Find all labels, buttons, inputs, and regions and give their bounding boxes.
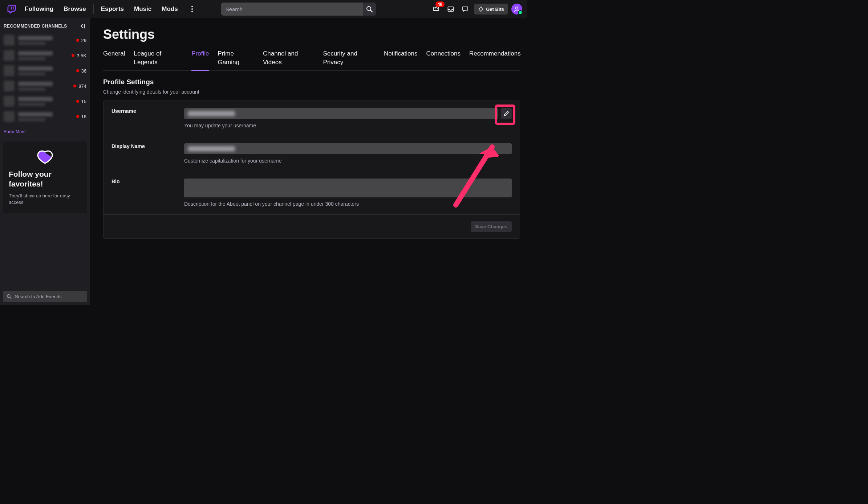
friends-search-input[interactable] — [15, 294, 84, 299]
viewer-count: 36 — [81, 68, 86, 74]
search-icon — [366, 5, 373, 13]
svg-rect-5 — [448, 7, 454, 11]
settings-tabs: General League of Legends Profile Prime … — [103, 49, 520, 71]
tab-league-of-legends[interactable]: League of Legends — [134, 49, 183, 70]
save-changes-button[interactable]: Save Changes — [471, 221, 512, 232]
follow-card-body: They'll show up here for easy access! — [9, 193, 81, 206]
row-username: Username You may update your username — [104, 101, 520, 136]
bio-label: Bio — [111, 179, 184, 207]
row-bio: Bio Description for the About panel on y… — [104, 171, 520, 214]
nav-mods[interactable]: Mods — [157, 0, 183, 18]
viewer-count: 3.5K — [77, 53, 86, 58]
collapse-sidebar-button[interactable] — [78, 22, 86, 30]
channel-item[interactable]: 29 — [0, 33, 90, 48]
channel-thumb — [4, 81, 15, 91]
top-nav: Following Browse Esports Music Mods 48 G… — [0, 0, 527, 18]
user-avatar[interactable] — [511, 4, 522, 15]
search-icon — [6, 294, 12, 299]
nav-separator — [93, 4, 94, 14]
bio-helper: Description for the About panel on your … — [184, 201, 512, 207]
username-helper: You may update your username — [184, 123, 512, 128]
notification-badge: 48 — [435, 1, 445, 7]
viewer-count: 29 — [81, 38, 86, 43]
channel-thumb — [4, 35, 15, 46]
logo-icon[interactable] — [6, 4, 17, 15]
friends-search[interactable] — [3, 291, 87, 302]
displayname-input[interactable] — [184, 143, 512, 154]
channel-item[interactable]: 15 — [0, 94, 90, 109]
bits-icon — [478, 6, 484, 12]
tab-recommendations[interactable]: Recommendations — [469, 49, 520, 70]
page-title: Settings — [103, 27, 520, 42]
username-label: Username — [111, 108, 184, 128]
svg-point-1 — [191, 8, 193, 10]
nav-browse[interactable]: Browse — [58, 0, 91, 18]
tab-prime-gaming[interactable]: Prime Gaming — [218, 49, 254, 70]
main-content: Settings General League of Legends Profi… — [90, 18, 527, 305]
viewer-count: 874 — [78, 83, 86, 89]
username-input[interactable] — [184, 108, 498, 119]
viewer-count: 15 — [81, 99, 86, 104]
show-more-link[interactable]: Show More — [0, 126, 90, 139]
channel-item[interactable]: 3.5K — [0, 48, 90, 63]
channel-thumb — [4, 65, 15, 76]
nav-esports[interactable]: Esports — [96, 0, 129, 18]
channel-item[interactable]: 874 — [0, 78, 90, 94]
live-dot-icon — [76, 69, 79, 72]
tab-security-privacy[interactable]: Security and Privacy — [323, 49, 375, 70]
profile-panel: Username You may update your username Di… — [103, 101, 520, 239]
bio-textarea[interactable] — [184, 179, 512, 197]
svg-line-4 — [370, 10, 372, 12]
sidebar-title: RECOMMENDED CHANNELS — [4, 24, 67, 29]
viewer-count: 16 — [81, 114, 86, 119]
search-group — [221, 3, 376, 16]
section-title: Profile Settings — [103, 78, 520, 86]
get-bits-button[interactable]: Get Bits — [474, 4, 508, 15]
displayname-label: Display Name — [111, 143, 184, 164]
whispers-button[interactable] — [460, 4, 471, 15]
live-dot-icon — [73, 85, 76, 87]
live-dot-icon — [76, 39, 79, 42]
live-dot-icon — [76, 100, 79, 103]
pencil-icon — [503, 110, 510, 117]
row-displayname: Display Name Customize capitalization fo… — [104, 136, 520, 171]
inbox-button[interactable] — [445, 4, 456, 15]
heart-icon — [9, 148, 81, 165]
channel-thumb — [4, 50, 15, 61]
svg-point-6 — [516, 7, 518, 9]
tab-notifications[interactable]: Notifications — [384, 49, 418, 70]
panel-footer: Save Changes — [104, 214, 520, 238]
follow-card-title: Follow your favorites! — [9, 169, 81, 189]
channel-item[interactable]: 36 — [0, 63, 90, 78]
tab-profile[interactable]: Profile — [191, 49, 209, 71]
sidebar: RECOMMENDED CHANNELS 29 3.5K 36 874 15 1… — [0, 18, 90, 305]
person-icon — [514, 6, 520, 12]
inbox-icon — [447, 5, 454, 13]
channel-thumb — [4, 111, 15, 122]
channel-list: 29 3.5K 36 874 15 16 — [0, 33, 90, 126]
channel-item[interactable]: 16 — [0, 109, 90, 124]
nav-right: 48 Get Bits — [431, 4, 524, 15]
nav-music[interactable]: Music — [129, 0, 157, 18]
tab-channel-videos[interactable]: Channel and Videos — [263, 49, 314, 70]
tab-general[interactable]: General — [103, 49, 125, 70]
live-dot-icon — [76, 115, 79, 118]
bits-label: Get Bits — [486, 7, 504, 12]
search-input[interactable] — [221, 3, 363, 16]
svg-point-2 — [191, 11, 193, 12]
live-dot-icon — [72, 54, 74, 57]
svg-point-0 — [191, 6, 193, 7]
edit-username-button[interactable] — [501, 108, 512, 119]
chat-icon — [462, 5, 469, 13]
displayname-helper: Customize capitalization for your userna… — [184, 158, 512, 164]
search-button[interactable] — [363, 3, 376, 16]
collapse-icon — [79, 23, 85, 29]
tab-connections[interactable]: Connections — [426, 49, 461, 70]
prime-loot-button[interactable]: 48 — [431, 4, 442, 15]
follow-card: Follow your favorites! They'll show up h… — [3, 142, 87, 213]
section-subtitle: Change identifying details for your acco… — [103, 89, 520, 95]
nav-following[interactable]: Following — [20, 0, 58, 18]
channel-thumb — [4, 96, 15, 107]
svg-line-8 — [10, 297, 11, 299]
more-menu-button[interactable] — [187, 6, 198, 12]
